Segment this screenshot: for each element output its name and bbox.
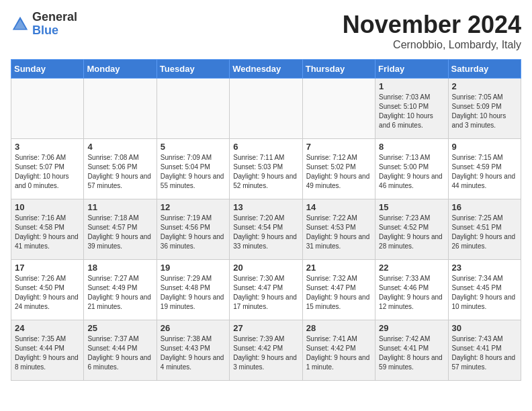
- weekday-cell: Saturday: [448, 60, 521, 79]
- logo-icon: [11, 15, 30, 34]
- day-number: 12: [161, 202, 226, 212]
- weekday-cell: Tuesday: [157, 60, 229, 79]
- calendar-week-row: 17Sunrise: 7:26 AM Sunset: 4:50 PM Dayli…: [11, 260, 521, 320]
- calendar-day-cell: [302, 79, 375, 139]
- day-number: 4: [87, 142, 152, 152]
- day-number: 3: [15, 142, 80, 152]
- day-number: 14: [306, 202, 371, 212]
- day-number: 15: [379, 202, 444, 212]
- weekday-cell: Sunday: [11, 60, 84, 79]
- calendar-day-cell: 17Sunrise: 7:26 AM Sunset: 4:50 PM Dayli…: [11, 260, 84, 320]
- day-info: Sunrise: 7:25 AM Sunset: 4:51 PM Dayligh…: [452, 214, 517, 251]
- weekday-cell: Thursday: [302, 60, 375, 79]
- calendar-day-cell: 16Sunrise: 7:25 AM Sunset: 4:51 PM Dayli…: [448, 199, 521, 260]
- day-info: Sunrise: 7:33 AM Sunset: 4:46 PM Dayligh…: [379, 274, 444, 312]
- day-info: Sunrise: 7:15 AM Sunset: 4:59 PM Dayligh…: [452, 153, 517, 191]
- day-number: 21: [306, 263, 371, 273]
- calendar-day-cell: 14Sunrise: 7:22 AM Sunset: 4:53 PM Dayli…: [302, 199, 375, 260]
- day-number: 17: [15, 263, 80, 273]
- calendar-day-cell: [230, 79, 302, 139]
- day-info: Sunrise: 7:30 AM Sunset: 4:47 PM Dayligh…: [233, 274, 298, 312]
- logo-general: General: [32, 11, 77, 24]
- day-info: Sunrise: 7:13 AM Sunset: 5:00 PM Dayligh…: [379, 153, 444, 191]
- day-number: 26: [161, 323, 226, 333]
- calendar-week-row: 3Sunrise: 7:06 AM Sunset: 5:07 PM Daylig…: [11, 139, 521, 199]
- calendar-week-row: 10Sunrise: 7:16 AM Sunset: 4:58 PM Dayli…: [11, 199, 521, 260]
- day-number: 29: [379, 323, 444, 333]
- day-info: Sunrise: 7:05 AM Sunset: 5:09 PM Dayligh…: [452, 93, 517, 130]
- calendar-day-cell: 13Sunrise: 7:20 AM Sunset: 4:54 PM Dayli…: [230, 199, 302, 260]
- calendar-day-cell: 18Sunrise: 7:27 AM Sunset: 4:49 PM Dayli…: [84, 260, 157, 320]
- day-info: Sunrise: 7:22 AM Sunset: 4:53 PM Dayligh…: [306, 214, 371, 251]
- calendar-day-cell: [84, 79, 157, 139]
- calendar-day-cell: 19Sunrise: 7:29 AM Sunset: 4:48 PM Dayli…: [157, 260, 229, 320]
- day-info: Sunrise: 7:37 AM Sunset: 4:44 PM Dayligh…: [87, 334, 152, 372]
- day-info: Sunrise: 7:19 AM Sunset: 4:56 PM Dayligh…: [161, 214, 226, 251]
- day-info: Sunrise: 7:11 AM Sunset: 5:03 PM Dayligh…: [233, 153, 298, 191]
- calendar-day-cell: [157, 79, 229, 139]
- calendar-day-cell: 22Sunrise: 7:33 AM Sunset: 4:46 PM Dayli…: [375, 260, 448, 320]
- day-info: Sunrise: 7:16 AM Sunset: 4:58 PM Dayligh…: [15, 214, 80, 251]
- calendar-day-cell: 26Sunrise: 7:38 AM Sunset: 4:43 PM Dayli…: [157, 320, 229, 381]
- day-info: Sunrise: 7:26 AM Sunset: 4:50 PM Dayligh…: [15, 274, 80, 312]
- logo-text: General Blue: [32, 11, 77, 38]
- day-info: Sunrise: 7:42 AM Sunset: 4:41 PM Dayligh…: [379, 334, 444, 372]
- day-info: Sunrise: 7:03 AM Sunset: 5:10 PM Dayligh…: [379, 93, 444, 130]
- calendar-day-cell: 25Sunrise: 7:37 AM Sunset: 4:44 PM Dayli…: [84, 320, 157, 381]
- day-info: Sunrise: 7:34 AM Sunset: 4:45 PM Dayligh…: [452, 274, 517, 312]
- day-info: Sunrise: 7:18 AM Sunset: 4:57 PM Dayligh…: [87, 214, 152, 251]
- location-title: Cernobbio, Lombardy, Italy: [343, 39, 521, 51]
- weekday-header: SundayMondayTuesdayWednesdayThursdayFrid…: [11, 60, 521, 79]
- day-number: 30: [452, 323, 517, 333]
- calendar-day-cell: 1Sunrise: 7:03 AM Sunset: 5:10 PM Daylig…: [375, 79, 448, 139]
- calendar-day-cell: 15Sunrise: 7:23 AM Sunset: 4:52 PM Dayli…: [375, 199, 448, 260]
- calendar-day-cell: 27Sunrise: 7:39 AM Sunset: 4:42 PM Dayli…: [230, 320, 302, 381]
- day-number: 18: [87, 263, 152, 273]
- day-number: 22: [379, 263, 444, 273]
- day-number: 23: [452, 263, 517, 273]
- day-info: Sunrise: 7:35 AM Sunset: 4:44 PM Dayligh…: [15, 334, 80, 372]
- calendar-day-cell: 4Sunrise: 7:08 AM Sunset: 5:06 PM Daylig…: [84, 139, 157, 199]
- day-number: 9: [452, 142, 517, 152]
- calendar-day-cell: [11, 79, 84, 139]
- calendar-day-cell: 11Sunrise: 7:18 AM Sunset: 4:57 PM Dayli…: [84, 199, 157, 260]
- day-number: 7: [306, 142, 371, 152]
- calendar: SundayMondayTuesdayWednesdayThursdayFrid…: [11, 59, 521, 381]
- day-number: 19: [161, 263, 226, 273]
- calendar-day-cell: 6Sunrise: 7:11 AM Sunset: 5:03 PM Daylig…: [230, 139, 302, 199]
- day-info: Sunrise: 7:23 AM Sunset: 4:52 PM Dayligh…: [379, 214, 444, 251]
- page-header: General Blue November 2024 Cernobbio, Lo…: [11, 11, 521, 51]
- day-info: Sunrise: 7:06 AM Sunset: 5:07 PM Dayligh…: [15, 153, 80, 191]
- calendar-day-cell: 29Sunrise: 7:42 AM Sunset: 4:41 PM Dayli…: [375, 320, 448, 381]
- day-number: 25: [87, 323, 152, 333]
- calendar-day-cell: 28Sunrise: 7:41 AM Sunset: 4:42 PM Dayli…: [302, 320, 375, 381]
- day-info: Sunrise: 7:29 AM Sunset: 4:48 PM Dayligh…: [161, 274, 226, 312]
- day-number: 6: [233, 142, 298, 152]
- day-info: Sunrise: 7:09 AM Sunset: 5:04 PM Dayligh…: [161, 153, 226, 191]
- weekday-cell: Monday: [84, 60, 157, 79]
- calendar-day-cell: 7Sunrise: 7:12 AM Sunset: 5:02 PM Daylig…: [302, 139, 375, 199]
- calendar-day-cell: 24Sunrise: 7:35 AM Sunset: 4:44 PM Dayli…: [11, 320, 84, 381]
- day-number: 16: [452, 202, 517, 212]
- calendar-day-cell: 9Sunrise: 7:15 AM Sunset: 4:59 PM Daylig…: [448, 139, 521, 199]
- calendar-day-cell: 3Sunrise: 7:06 AM Sunset: 5:07 PM Daylig…: [11, 139, 84, 199]
- calendar-day-cell: 2Sunrise: 7:05 AM Sunset: 5:09 PM Daylig…: [448, 79, 521, 139]
- calendar-day-cell: 30Sunrise: 7:43 AM Sunset: 4:41 PM Dayli…: [448, 320, 521, 381]
- day-info: Sunrise: 7:43 AM Sunset: 4:41 PM Dayligh…: [452, 334, 517, 372]
- calendar-day-cell: 20Sunrise: 7:30 AM Sunset: 4:47 PM Dayli…: [230, 260, 302, 320]
- day-number: 28: [306, 323, 371, 333]
- day-number: 13: [233, 202, 298, 212]
- calendar-day-cell: 21Sunrise: 7:32 AM Sunset: 4:47 PM Dayli…: [302, 260, 375, 320]
- day-info: Sunrise: 7:27 AM Sunset: 4:49 PM Dayligh…: [87, 274, 152, 312]
- day-number: 24: [15, 323, 80, 333]
- day-number: 1: [379, 81, 444, 91]
- day-number: 5: [161, 142, 226, 152]
- day-info: Sunrise: 7:20 AM Sunset: 4:54 PM Dayligh…: [233, 214, 298, 251]
- month-title: November 2024: [343, 11, 521, 39]
- day-info: Sunrise: 7:32 AM Sunset: 4:47 PM Dayligh…: [306, 274, 371, 312]
- calendar-body: 1Sunrise: 7:03 AM Sunset: 5:10 PM Daylig…: [11, 79, 521, 381]
- day-number: 10: [15, 202, 80, 212]
- title-area: November 2024 Cernobbio, Lombardy, Italy: [343, 11, 521, 51]
- day-number: 20: [233, 263, 298, 273]
- logo: General Blue: [11, 11, 77, 38]
